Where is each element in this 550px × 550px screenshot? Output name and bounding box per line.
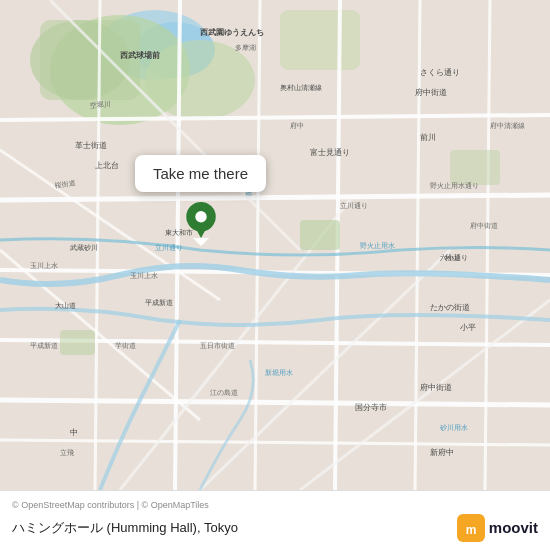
svg-text:江の島道: 江の島道 xyxy=(210,389,238,396)
svg-text:m: m xyxy=(465,523,476,537)
svg-text:砂川用水: 砂川用水 xyxy=(439,424,468,432)
moovit-logo-icon: m xyxy=(457,514,485,542)
svg-text:秋山: 秋山 xyxy=(445,254,459,261)
svg-text:新府中: 新府中 xyxy=(430,448,454,457)
svg-text:武蔵砂川: 武蔵砂川 xyxy=(70,244,98,252)
svg-text:立川通り: 立川通り xyxy=(340,202,368,210)
svg-point-71 xyxy=(195,211,206,222)
moovit-brand-label: moovit xyxy=(489,519,538,536)
svg-text:上北台: 上北台 xyxy=(95,161,119,170)
svg-text:小平: 小平 xyxy=(460,323,476,332)
svg-text:野火止用水通り: 野火止用水通り xyxy=(430,182,479,190)
svg-text:奥村山清瀬線: 奥村山清瀬線 xyxy=(280,84,322,92)
svg-text:平成新道: 平成新道 xyxy=(30,342,58,349)
svg-marker-72 xyxy=(192,223,208,238)
svg-text:大山道: 大山道 xyxy=(55,302,76,309)
svg-rect-26 xyxy=(300,220,340,250)
svg-text:府中清瀬線: 府中清瀬線 xyxy=(490,122,525,130)
svg-text:新堀用水: 新堀用水 xyxy=(265,369,293,376)
tooltip-container: Take me there xyxy=(135,155,266,238)
svg-text:多摩湖: 多摩湖 xyxy=(235,44,256,51)
svg-text:立飛: 立飛 xyxy=(60,449,74,456)
svg-text:西武球場前: 西武球場前 xyxy=(120,51,160,60)
svg-text:玉川上水: 玉川上水 xyxy=(130,272,158,279)
svg-rect-27 xyxy=(60,330,95,355)
svg-text:府中: 府中 xyxy=(290,122,304,129)
location-label: ハミングホール (Humming Hall), Tokyo xyxy=(12,519,238,537)
svg-text:野火止用水: 野火止用水 xyxy=(360,242,395,249)
map-attribution: © OpenStreetMap contributors | © OpenMap… xyxy=(12,500,538,510)
svg-text:玉川上水: 玉川上水 xyxy=(30,262,58,269)
svg-text:府中街道: 府中街道 xyxy=(415,88,447,97)
take-me-there-button[interactable]: Take me there xyxy=(135,155,266,192)
svg-text:平成新道: 平成新道 xyxy=(145,299,173,306)
svg-point-6 xyxy=(145,40,255,120)
svg-text:国分寺市: 国分寺市 xyxy=(355,403,387,412)
svg-text:中: 中 xyxy=(70,428,78,437)
svg-text:西武園ゆうえんち: 西武園ゆうえんち xyxy=(200,28,264,37)
footer: © OpenStreetMap contributors | © OpenMap… xyxy=(0,490,550,550)
svg-rect-28 xyxy=(450,150,500,185)
svg-text:富士見通り: 富士見通り xyxy=(310,148,350,157)
svg-text:府中街道: 府中街道 xyxy=(470,222,498,229)
moovit-logo: m moovit xyxy=(457,514,538,542)
svg-text:五日市街道: 五日市街道 xyxy=(200,342,235,349)
svg-text:芋街道: 芋街道 xyxy=(115,342,136,349)
svg-text:立川通り: 立川通り xyxy=(155,244,183,252)
map-pin-icon xyxy=(183,202,219,238)
svg-text:革士街道: 革士街道 xyxy=(75,141,107,150)
svg-text:前川: 前川 xyxy=(420,133,436,142)
svg-rect-5 xyxy=(40,20,140,100)
map-container: 空堀川 桜街道 玉川上水 玉川上水 平成新道 芋街道 五日市街道 野火止用水 新… xyxy=(0,0,550,490)
svg-rect-7 xyxy=(280,10,360,70)
svg-text:たかの街道: たかの街道 xyxy=(430,303,470,312)
svg-text:さくら通り: さくら通り xyxy=(420,68,460,77)
svg-text:府中街道: 府中街道 xyxy=(420,383,452,392)
